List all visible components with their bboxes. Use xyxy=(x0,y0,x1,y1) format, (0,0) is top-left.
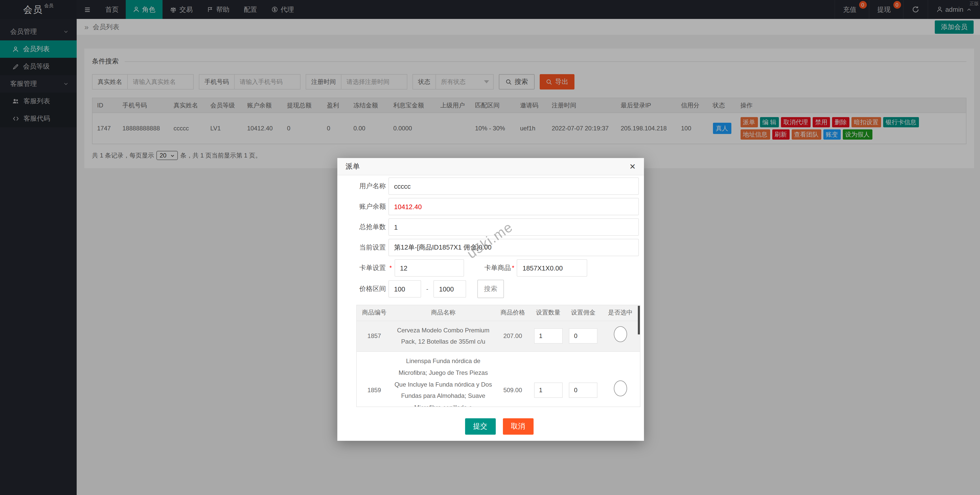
product-price: 509.00 xyxy=(495,351,531,407)
product-row: 1857 Cerveza Modelo Combo Premium Pack, … xyxy=(357,321,640,351)
field-label: 当前设置 xyxy=(359,243,388,252)
col-set-qty: 设置数量 xyxy=(531,305,566,321)
select-product-radio[interactable] xyxy=(614,326,627,342)
col-product-id: 商品编号 xyxy=(357,305,392,321)
select-product-radio[interactable] xyxy=(614,380,627,396)
modal-footer: 提交 取消 xyxy=(359,418,639,435)
balance-input[interactable] xyxy=(388,198,639,215)
col-selected: 是否选中 xyxy=(601,305,640,321)
price-range-row: 价格区间 - 搜索 xyxy=(359,280,639,298)
product-id: 1859 xyxy=(357,351,392,407)
current-setting-row: 当前设置 xyxy=(359,239,639,256)
qty-input[interactable] xyxy=(534,329,562,344)
product-name: Cerveza Modelo Combo Premium Pack, 12 Bo… xyxy=(392,321,495,351)
dispatch-modal: 派单 ✕ u5ki.me 用户名称 账户余额 总抢单数 当前设置 卡单设置 xyxy=(337,158,644,441)
product-table-container: 商品编号 商品名称 商品价格 设置数量 设置佣金 是否选中 1857 Cerve… xyxy=(356,305,640,407)
price-max-input[interactable] xyxy=(433,280,466,298)
field-label: 用户名称 xyxy=(359,182,388,191)
submit-button[interactable]: 提交 xyxy=(465,418,495,435)
product-price: 207.00 xyxy=(495,321,531,351)
col-product-price: 商品价格 xyxy=(495,305,531,321)
commission-input[interactable] xyxy=(569,383,597,398)
commission-input[interactable] xyxy=(569,329,597,344)
card-setting-input[interactable] xyxy=(394,259,464,277)
product-search-button[interactable]: 搜索 xyxy=(477,280,504,298)
card-product-input[interactable] xyxy=(517,259,587,277)
current-setting-input[interactable] xyxy=(388,239,639,256)
field-label: 卡单商品 xyxy=(484,263,511,273)
required-mark: * xyxy=(512,264,514,271)
cancel-button[interactable]: 取消 xyxy=(503,418,533,435)
product-name: Linenspa Funda nórdica de Microfibra; Ju… xyxy=(392,351,495,407)
field-label: 价格区间 xyxy=(359,284,388,294)
col-product-name: 商品名称 xyxy=(392,305,495,321)
qty-input[interactable] xyxy=(534,383,562,398)
balance-row: 账户余额 xyxy=(359,198,639,215)
product-row: 1859 Linenspa Funda nórdica de Microfibr… xyxy=(357,351,640,407)
range-dash: - xyxy=(426,285,428,292)
modal-body: u5ki.me 用户名称 账户余额 总抢单数 当前设置 卡单设置 * xyxy=(337,176,644,435)
field-label: 卡单设置 xyxy=(359,263,388,273)
modal-header: 派单 ✕ xyxy=(337,158,644,176)
close-icon[interactable]: ✕ xyxy=(629,163,636,170)
username-input[interactable] xyxy=(388,177,639,195)
product-header-row: 商品编号 商品名称 商品价格 设置数量 设置佣金 是否选中 xyxy=(357,305,640,321)
scrollbar-thumb[interactable] xyxy=(638,306,640,334)
orders-row: 总抢单数 xyxy=(359,218,639,236)
modal-title: 派单 xyxy=(345,162,360,171)
product-id: 1857 xyxy=(357,321,392,351)
col-set-commission: 设置佣金 xyxy=(566,305,601,321)
username-row: 用户名称 xyxy=(359,177,639,195)
orders-input[interactable] xyxy=(388,218,639,236)
price-min-input[interactable] xyxy=(388,280,421,298)
app: 会员 会员 首页 角色 交易 帮助 xyxy=(0,0,980,495)
field-label: 账户余额 xyxy=(359,202,388,211)
product-table: 商品编号 商品名称 商品价格 设置数量 设置佣金 是否选中 1857 Cerve… xyxy=(357,305,640,407)
field-label: 总抢单数 xyxy=(359,222,388,232)
required-mark: * xyxy=(390,264,392,271)
card-setting-row: 卡单设置 * 卡单商品 * xyxy=(359,259,639,277)
